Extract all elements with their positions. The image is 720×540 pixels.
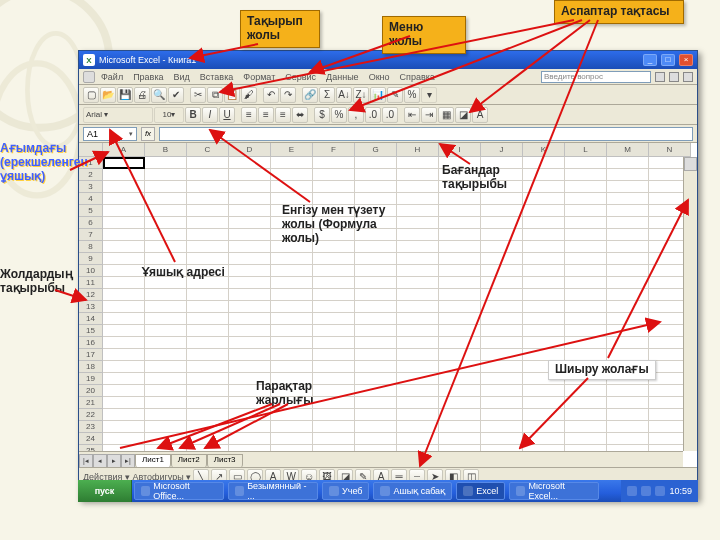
cell[interactable] bbox=[229, 289, 271, 301]
zoom-icon[interactable]: % bbox=[404, 87, 420, 103]
cell[interactable] bbox=[607, 313, 649, 325]
cell[interactable] bbox=[397, 433, 439, 445]
cell[interactable] bbox=[565, 409, 607, 421]
cell[interactable] bbox=[649, 205, 683, 217]
row-header[interactable]: 9 bbox=[79, 253, 103, 265]
cell[interactable] bbox=[355, 253, 397, 265]
cell[interactable] bbox=[481, 277, 523, 289]
cell[interactable] bbox=[145, 361, 187, 373]
increase-decimal-icon[interactable]: .0 bbox=[365, 107, 381, 123]
column-header[interactable]: L bbox=[565, 143, 607, 157]
row-header[interactable]: 3 bbox=[79, 181, 103, 193]
cell[interactable] bbox=[565, 349, 607, 361]
row-header[interactable]: 10 bbox=[79, 265, 103, 277]
bold-icon[interactable]: B bbox=[185, 107, 201, 123]
cell[interactable] bbox=[313, 361, 355, 373]
cell[interactable] bbox=[103, 349, 145, 361]
cell[interactable] bbox=[397, 361, 439, 373]
cell[interactable] bbox=[481, 349, 523, 361]
column-header[interactable]: I bbox=[439, 143, 481, 157]
cell[interactable] bbox=[187, 433, 229, 445]
taskbar-item-5[interactable]: Excel bbox=[456, 482, 505, 500]
cell[interactable] bbox=[523, 289, 565, 301]
cell[interactable] bbox=[355, 205, 397, 217]
cell[interactable] bbox=[397, 337, 439, 349]
cell[interactable] bbox=[439, 421, 481, 433]
cell[interactable] bbox=[313, 229, 355, 241]
cell[interactable] bbox=[523, 325, 565, 337]
cell[interactable] bbox=[145, 337, 187, 349]
menu-insert[interactable]: Вставка bbox=[196, 72, 237, 82]
cell[interactable] bbox=[397, 253, 439, 265]
cell[interactable] bbox=[103, 169, 145, 181]
cell[interactable] bbox=[229, 193, 271, 205]
cell[interactable] bbox=[649, 409, 683, 421]
cell[interactable] bbox=[355, 337, 397, 349]
cell[interactable] bbox=[145, 289, 187, 301]
cell[interactable] bbox=[439, 325, 481, 337]
cell[interactable] bbox=[649, 373, 683, 385]
row-header[interactable]: 2 bbox=[79, 169, 103, 181]
cell[interactable] bbox=[229, 373, 271, 385]
cell[interactable] bbox=[523, 205, 565, 217]
cell[interactable] bbox=[649, 229, 683, 241]
sheet-tab-1[interactable]: Лист1 bbox=[135, 454, 171, 468]
decrease-indent-icon[interactable]: ⇤ bbox=[404, 107, 420, 123]
italic-icon[interactable]: I bbox=[202, 107, 218, 123]
cell[interactable] bbox=[523, 169, 565, 181]
cell[interactable] bbox=[355, 313, 397, 325]
name-box[interactable]: A1 ▾ bbox=[83, 127, 137, 141]
cell[interactable] bbox=[187, 157, 229, 169]
cell[interactable] bbox=[481, 265, 523, 277]
cell[interactable] bbox=[565, 325, 607, 337]
cell[interactable] bbox=[187, 301, 229, 313]
cell[interactable] bbox=[229, 265, 271, 277]
cell[interactable] bbox=[355, 169, 397, 181]
system-tray[interactable]: 10:59 bbox=[621, 480, 698, 502]
column-headers[interactable]: ABCDEFGHIJKLMN bbox=[103, 143, 683, 157]
cell[interactable] bbox=[187, 409, 229, 421]
align-center-icon[interactable]: ≡ bbox=[258, 107, 274, 123]
row-header[interactable]: 16 bbox=[79, 337, 103, 349]
cell[interactable] bbox=[439, 217, 481, 229]
cell[interactable] bbox=[397, 289, 439, 301]
cell[interactable] bbox=[229, 325, 271, 337]
cell[interactable] bbox=[103, 193, 145, 205]
cell[interactable] bbox=[187, 373, 229, 385]
cell[interactable] bbox=[397, 373, 439, 385]
cell[interactable] bbox=[607, 169, 649, 181]
cell[interactable] bbox=[397, 217, 439, 229]
comma-icon[interactable]: , bbox=[348, 107, 364, 123]
cell[interactable] bbox=[229, 421, 271, 433]
cell[interactable] bbox=[397, 169, 439, 181]
cell[interactable] bbox=[187, 349, 229, 361]
cell[interactable] bbox=[187, 313, 229, 325]
cell[interactable] bbox=[103, 325, 145, 337]
cell[interactable] bbox=[187, 205, 229, 217]
cell[interactable] bbox=[649, 169, 683, 181]
cell[interactable] bbox=[271, 193, 313, 205]
cell[interactable] bbox=[103, 337, 145, 349]
cell[interactable] bbox=[271, 229, 313, 241]
column-header[interactable]: E bbox=[271, 143, 313, 157]
cell[interactable] bbox=[607, 277, 649, 289]
cell[interactable] bbox=[397, 241, 439, 253]
cell[interactable] bbox=[439, 277, 481, 289]
cell[interactable] bbox=[313, 277, 355, 289]
cell[interactable] bbox=[607, 253, 649, 265]
cell[interactable] bbox=[565, 433, 607, 445]
cell[interactable] bbox=[607, 361, 649, 373]
cell[interactable] bbox=[229, 397, 271, 409]
column-header[interactable]: G bbox=[355, 143, 397, 157]
cell[interactable] bbox=[355, 265, 397, 277]
menu-format[interactable]: Формат bbox=[239, 72, 279, 82]
cell[interactable] bbox=[145, 433, 187, 445]
cell[interactable] bbox=[313, 301, 355, 313]
sheet-tab-2[interactable]: Лист2 bbox=[171, 454, 207, 468]
cell[interactable] bbox=[229, 181, 271, 193]
font-size-selector[interactable]: 10▾ bbox=[154, 107, 184, 123]
increase-indent-icon[interactable]: ⇥ bbox=[421, 107, 437, 123]
cell[interactable] bbox=[229, 169, 271, 181]
column-header[interactable]: A bbox=[103, 143, 145, 157]
sort-asc-icon[interactable]: A↓ bbox=[336, 87, 352, 103]
